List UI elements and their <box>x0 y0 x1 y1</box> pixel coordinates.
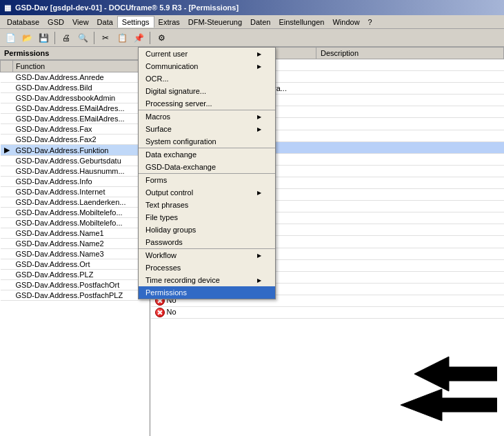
table-row[interactable]: GSD-Dav.Address.Fax <box>1 124 150 135</box>
table-row[interactable]: GSD-Dav.Address.Fax2 <box>1 135 150 145</box>
menu-item-passwords[interactable]: Passwords <box>139 236 275 248</box>
title-bar: ▦ GSD-Dav [gsdpl-dev-01] - DOCUframe® 5.… <box>0 0 504 15</box>
row-function: GSD-Dav.Address.Geburtsdatu <box>13 156 150 166</box>
row-indicator <box>1 280 13 290</box>
menu-item-label: Surface <box>145 125 172 133</box>
row-function: GSD-Dav.Address.Ort <box>13 259 150 270</box>
menu-window[interactable]: Window <box>328 17 363 28</box>
toolbar-extra1[interactable]: ⚙ <box>154 30 169 46</box>
table-container[interactable]: Function GSD-Dav.Address.AnredeGSD-Dav.A… <box>0 60 150 434</box>
row-indicator <box>1 290 13 301</box>
menu-item-workflow[interactable]: Workflow▶ <box>139 248 275 261</box>
table-row[interactable]: GSD-Dav.Address.Anrede <box>1 72 150 83</box>
table-row[interactable]: GSD-Dav.Address.Mobiltelefo... <box>1 208 150 218</box>
table-row[interactable]: GSD-Dav.Address.Info <box>1 177 150 187</box>
menu-item-forms[interactable]: Forms <box>139 173 275 186</box>
toolbar-cut[interactable]: ✂ <box>98 30 113 46</box>
menu-database[interactable]: Database <box>3 17 43 28</box>
toolbar-open[interactable]: 📂 <box>19 30 34 46</box>
table-row[interactable]: ▶GSD-Dav.Address.Funktion <box>1 145 150 156</box>
toolbar-new[interactable]: 📄 <box>3 30 18 46</box>
menu-item-digital-signature[interactable]: Digital signature... <box>139 85 275 97</box>
table-row[interactable]: GSD-Dav.Address.Ort <box>1 259 150 270</box>
table-row[interactable]: GSD-Dav.Address.PostfachOrt <box>1 280 150 290</box>
menu-gsd[interactable]: GSD <box>43 17 68 28</box>
menu-item-label: Output control <box>145 188 193 197</box>
menu-view[interactable]: View <box>68 17 93 28</box>
menu-item-system-configuration[interactable]: System configuration <box>139 135 275 148</box>
table-row[interactable]: GSD-Dav.Address.Bild <box>1 83 150 93</box>
menu-item-gsd-data-exchange[interactable]: GSD-Data-exchange <box>139 161 275 173</box>
table-row[interactable]: GSD-Dav.Address.PostfachPLZ <box>1 290 150 301</box>
table-row[interactable]: GSD-Dav.Address.PLZ <box>1 270 150 280</box>
table-row[interactable]: GSD-Dav.Address.EMailAdres... <box>1 103 150 114</box>
row-description <box>316 306 504 318</box>
row-function: GSD-Dav.Address.Laenderken... <box>13 197 150 208</box>
table-row[interactable]: GSD-Dav.Address.EMailAdres... <box>1 114 150 124</box>
toolbar-copy[interactable]: 📋 <box>114 30 130 46</box>
menu-settings[interactable]: Settings <box>117 16 154 28</box>
table-row[interactable]: GSD-Dav.Address.Mobiltelefo... <box>1 218 150 228</box>
menu-item-data-exchange[interactable]: Data exchange <box>139 148 275 161</box>
table-row[interactable]: GSD-Dav.Address.Name3 <box>1 249 150 259</box>
table-row[interactable]: GSD-Dav.Address.Geburtsdatu <box>1 156 150 166</box>
table-row[interactable]: GSD-Dav.AddressbookAdmin <box>1 93 150 103</box>
menu-einstellungen[interactable]: Einstellungen <box>274 17 328 28</box>
menu-item-output-control[interactable]: Output control▶ <box>139 186 275 199</box>
row-description <box>316 95 504 106</box>
menu-item-permissions[interactable]: Permissions <box>139 286 275 299</box>
row-description <box>316 259 504 271</box>
row-function: GSD-Dav.Address.Funktion <box>13 145 150 156</box>
table-row[interactable]: GSD-Dav.Address.Hausnumm... <box>1 166 150 177</box>
table-row[interactable]: No <box>151 306 504 318</box>
menu-item-label: Digital signature... <box>145 87 206 95</box>
menu-extras[interactable]: Extras <box>154 17 184 28</box>
row-description <box>316 71 504 83</box>
row-description <box>316 59 504 71</box>
row-indicator <box>1 187 13 197</box>
menu-dfm[interactable]: DFM-Steuerung <box>184 17 246 28</box>
toolbar-preview[interactable]: 🔍 <box>75 30 90 46</box>
menu-item-file-types[interactable]: File types <box>139 211 275 224</box>
row-function: GSD-Dav.Address.EMailAdres... <box>13 114 150 124</box>
menu-item-ocr[interactable]: OCR... <box>139 72 275 85</box>
row-description <box>316 141 504 153</box>
toolbar-paste[interactable]: 📌 <box>131 30 146 46</box>
submenu-arrow-icon: ▶ <box>257 51 261 57</box>
menu-item-label: System configuration <box>145 137 216 146</box>
menu-item-communication[interactable]: Communication▶ <box>139 60 275 72</box>
menu-item-surface[interactable]: Surface▶ <box>139 123 275 135</box>
menu-item-text-phrases[interactable]: Text phrases <box>139 199 275 211</box>
row-indicator <box>1 218 13 228</box>
table-row[interactable]: GSD-Dav.Address.Laenderken... <box>1 197 150 208</box>
table-row[interactable]: GSD-Dav.Address.Name2 <box>1 239 150 249</box>
menu-item-label: Processes <box>145 264 181 272</box>
menu-item-processes[interactable]: Processes <box>139 261 275 274</box>
menu-item-current-user[interactable]: Current user▶ <box>139 48 275 60</box>
row-indicator <box>1 135 13 145</box>
menu-help[interactable]: ? <box>364 17 376 28</box>
submenu-arrow-icon: ▶ <box>257 190 261 196</box>
toolbar-print[interactable]: 🖨 <box>59 30 74 46</box>
menu-item-macros[interactable]: Macros▶ <box>139 110 275 123</box>
title-text: GSD-Dav [gsdpl-dev-01] - DOCUframe® 5.9 … <box>15 3 239 12</box>
menu-data[interactable]: Data <box>93 17 117 28</box>
menu-daten[interactable]: Daten <box>246 17 274 28</box>
menu-item-time-recording-device[interactable]: Time recording device▶ <box>139 274 275 286</box>
menu-item-holiday-groups[interactable]: Holiday groups <box>139 224 275 236</box>
row-indicator <box>1 83 13 93</box>
table-row[interactable]: GSD-Dav.Address.Name1 <box>1 228 150 239</box>
table-row[interactable]: GSD-Dav.Address.Internet <box>1 187 150 197</box>
row-function: GSD-Dav.Address.Info <box>13 177 150 187</box>
toolbar-save[interactable]: 💾 <box>36 30 51 46</box>
submenu-arrow-icon: ▶ <box>257 277 261 284</box>
menu-item-label: Text phrases <box>145 201 188 209</box>
toolbar-sep2 <box>94 32 94 44</box>
row-description <box>316 201 504 212</box>
row-description <box>316 118 504 130</box>
row-indicator <box>1 166 13 177</box>
menu-item-label: Macros <box>145 112 170 121</box>
row-function: GSD-Dav.Address.PostfachOrt <box>13 280 150 290</box>
menu-item-processing-server[interactable]: Processing server... <box>139 97 275 110</box>
menu-item-label: Current user <box>145 50 188 58</box>
